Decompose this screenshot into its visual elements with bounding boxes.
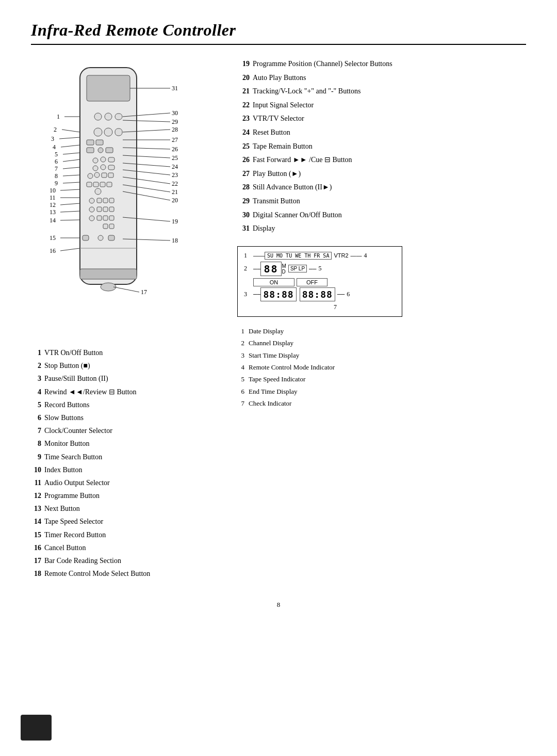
item-text: Time Search Button <box>44 451 102 463</box>
svg-point-20 <box>94 172 100 178</box>
item-text: Next Button <box>44 502 80 515</box>
svg-text:4: 4 <box>53 143 56 151</box>
item-number: 30 <box>237 208 250 222</box>
item-number: 7 <box>237 397 244 409</box>
svg-rect-18 <box>108 165 114 170</box>
svg-text:2: 2 <box>54 126 57 133</box>
item-number: 26 <box>237 153 250 167</box>
item-text: Date Display <box>249 325 284 337</box>
item-text: Timer Record Button <box>44 528 106 541</box>
item-text: Remote Control Mode Select Button <box>44 567 150 580</box>
page-number: 8 <box>31 601 526 609</box>
list-item: 9Time Search Button <box>31 451 217 463</box>
list-item: 30Digital Scanner On/Off Button <box>237 208 526 222</box>
svg-text:25: 25 <box>172 154 178 162</box>
display-diagram: 1 —— SU MO TU WE TH FR SA VTR2 —— 4 2 ——… <box>237 246 402 317</box>
item-number: 2 <box>31 359 41 372</box>
item-text: Programme Button <box>44 489 100 502</box>
item-text: Stop Button (■) <box>44 359 90 372</box>
item-number: 1 <box>237 325 244 337</box>
item-number: 15 <box>31 528 41 541</box>
list-item: 16Cancel Button <box>31 541 217 554</box>
item-number: 24 <box>237 126 250 140</box>
svg-rect-22 <box>108 173 113 178</box>
item-number: 5 <box>237 373 244 385</box>
item-text: Programme Position (Channel) Selector Bu… <box>253 57 392 71</box>
svg-text:31: 31 <box>172 85 178 92</box>
item-number: 22 <box>237 99 250 112</box>
list-item: 31Display <box>237 222 526 236</box>
svg-rect-24 <box>93 182 99 187</box>
list-item: 4Remote Control Mode Indicator <box>237 361 526 373</box>
left-labels-list: 1VTR On/Off Button2Stop Button (■)3Pause… <box>31 346 217 580</box>
item-number: 4 <box>237 361 244 373</box>
svg-text:5: 5 <box>55 151 58 158</box>
svg-line-76 <box>63 167 80 169</box>
item-text: VTR On/Off Button <box>44 346 103 359</box>
svg-point-6 <box>104 128 112 136</box>
item-number: 6 <box>237 385 244 397</box>
item-text: VTR/TV Selector <box>253 112 304 126</box>
svg-text:17: 17 <box>141 288 147 296</box>
item-number: 18 <box>31 567 41 580</box>
item-number: 3 <box>31 372 41 385</box>
list-item: 14Tape Speed Selector <box>31 515 217 528</box>
svg-text:12: 12 <box>50 201 56 208</box>
svg-text:6: 6 <box>55 158 58 165</box>
list-item: 15Timer Record Button <box>31 528 217 541</box>
list-item: 11Audio Output Selector <box>31 476 217 489</box>
main-content: 31 1 30 29 2 3 <box>31 57 526 580</box>
display-sub-labels-list: 1Date Display2Channel Display3Start Time… <box>237 325 526 410</box>
svg-line-58 <box>59 137 80 139</box>
item-number: 23 <box>237 112 250 126</box>
svg-point-13 <box>93 158 98 163</box>
svg-text:8: 8 <box>55 172 58 180</box>
item-text: Cancel Button <box>44 541 86 554</box>
svg-point-3 <box>105 113 112 120</box>
svg-rect-7 <box>115 128 122 136</box>
svg-text:7: 7 <box>55 165 58 172</box>
list-item: 7Check Indicator <box>237 397 526 409</box>
svg-text:22: 22 <box>172 180 178 187</box>
svg-line-56 <box>62 130 80 132</box>
svg-text:19: 19 <box>172 218 178 225</box>
right-labels-list: 19Programme Position (Channel) Selector … <box>237 57 526 236</box>
svg-rect-33 <box>97 207 102 212</box>
svg-point-2 <box>94 113 102 120</box>
svg-line-88 <box>60 189 80 190</box>
svg-rect-31 <box>109 198 114 203</box>
svg-rect-21 <box>102 173 107 178</box>
list-item: 29Transmit Button <box>237 195 526 208</box>
list-item: 19Programme Position (Channel) Selector … <box>237 57 526 71</box>
svg-line-80 <box>63 175 80 176</box>
item-number: 28 <box>237 181 250 195</box>
item-text: Rewind ◄◄/Review ⊟ Button <box>44 385 137 398</box>
bottom-left-decoration <box>21 715 52 741</box>
svg-rect-42 <box>83 235 89 240</box>
list-item: 1VTR On/Off Button <box>31 346 217 359</box>
list-item: 2Channel Display <box>237 337 526 349</box>
item-number: 21 <box>237 85 250 99</box>
list-item: 3Pause/Still Button (II) <box>31 372 217 385</box>
svg-point-17 <box>101 165 106 170</box>
remote-illustration: 31 1 30 29 2 3 <box>31 57 206 346</box>
item-number: 4 <box>31 385 41 398</box>
list-item: 8Monitor Button <box>31 437 217 450</box>
svg-text:30: 30 <box>172 109 178 117</box>
svg-rect-23 <box>87 182 92 187</box>
list-item: 24Reset Button <box>237 126 526 140</box>
svg-point-43 <box>98 235 103 240</box>
item-text: Auto Play Buttons <box>253 71 306 85</box>
svg-line-84 <box>63 182 80 183</box>
item-number: 29 <box>237 195 250 208</box>
item-text: Check Indicator <box>249 397 291 409</box>
svg-text:9: 9 <box>55 180 58 187</box>
svg-line-106 <box>60 248 80 251</box>
item-number: 20 <box>237 71 250 85</box>
item-number: 2 <box>237 337 244 349</box>
list-item: 1Date Display <box>237 325 526 337</box>
item-text: Remote Control Mode Indicator <box>249 361 335 373</box>
svg-rect-39 <box>109 216 114 220</box>
svg-rect-15 <box>108 157 114 162</box>
item-number: 6 <box>31 411 41 424</box>
